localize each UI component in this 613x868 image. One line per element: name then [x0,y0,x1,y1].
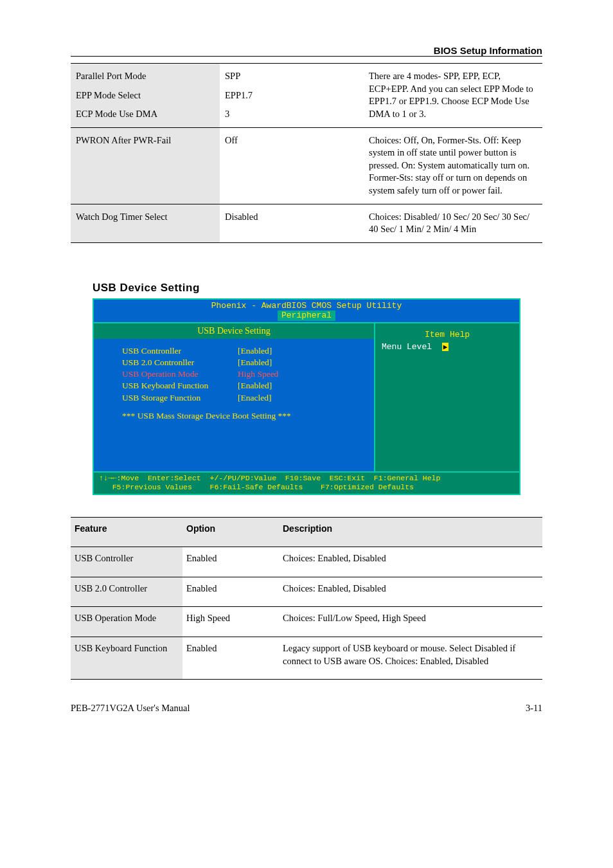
menu-level: Menu Level ▶ [382,342,513,352]
param-value: 3 [225,108,359,121]
feature-desc: Legacy support of USB keyboard or mouse.… [279,637,542,679]
param-value: EPP1.7 [225,89,359,102]
col-header-description: Description [279,518,542,547]
feature-name: USB Controller [71,547,182,577]
feature-name: USB Operation Mode [71,607,182,637]
bios-title-line: Phoenix - AwardBIOS CMOS Setup Utility [94,301,519,311]
triangle-right-icon: ▶ [442,343,449,351]
feature-value: Enabled [182,577,279,607]
setting-name: USB Contronller [122,345,238,357]
feature-name: USB Keyboard Function [71,637,182,679]
bios-subtitle: Peripheral [278,311,335,321]
param-name: PWRON After PWR-Fail [71,127,220,204]
setting-name: USB Keyboard Function [122,380,238,392]
col-header-option: Option [182,518,279,547]
param-desc: Choices: Disabled/ 10 Sec/ 20 Sec/ 30 Se… [364,204,542,242]
table-row: Parallel Port Mode EPP Mode Select ECP M… [71,64,542,128]
bios-window: Phoenix - AwardBIOS CMOS Setup Utility P… [93,298,520,496]
col-header-feature: Feature [71,518,182,547]
bios-help-title: Item Help [382,327,513,342]
param-value: SPP [225,70,359,83]
page-heading: BIOS Setup Information [71,45,542,56]
feature-value: High Speed [182,607,279,637]
table-row: USB Controller Enabled Choices: Enabled,… [71,547,542,577]
setting-name: USB 2.0 Contronller [122,357,238,368]
feature-desc: Choices: Full/Low Speed, High Speed [279,607,542,637]
param-desc: There are 4 modes- SPP, EPP, ECP, ECP+EP… [364,64,542,128]
footer-page-number: 3-11 [526,703,542,714]
bios-note: *** USB Mass Storage Device Boot Setting… [122,410,362,422]
param-value-stack: SPP EPP1.7 3 [225,70,359,121]
param-value: Off [220,127,364,204]
bios-panel-title: USB Device Setting [94,323,374,339]
table-row: PWRON After PWR-Fail Off Choices: Off, O… [71,127,542,204]
usb-device-table: Feature Option Description USB Controlle… [71,517,542,680]
bios-setting-row[interactable]: USB Storage Function [Enacled] [122,392,362,404]
bios-setting-row[interactable]: USB Contronller [Enabled] [122,345,362,357]
param-name: EPP Mode Select [76,89,215,102]
setting-value: [Enabled] [238,380,272,392]
setting-value: [Enabled] [238,345,272,357]
bios-setting-row[interactable]: USB Keyboard Function [Enabled] [122,380,362,392]
feature-value: Enabled [182,637,279,679]
menu-level-label: Menu Level [382,342,432,352]
param-name-stack: Parallel Port Mode EPP Mode Select ECP M… [76,70,215,121]
setting-name: USB Storage Function [122,392,238,404]
param-value: Disabled [220,204,364,242]
bios-setting-row[interactable]: USB 2.0 Contronller [Enabled] [122,357,362,368]
feature-value: Enabled [182,547,279,577]
setting-value: [Enacled] [238,392,271,404]
table-header-row: Feature Option Description [71,518,542,547]
param-desc: Choices: Off, On, Former-Sts. Off: Keep … [364,127,542,204]
legend-line: F5:Previous Values F6:Fail-Safe Defaults… [99,483,414,491]
table-row: Watch Dog Timer Select Disabled Choices:… [71,204,542,242]
table-row: USB Operation Mode High Speed Choices: F… [71,607,542,637]
page-heading-rule [71,56,542,57]
bios-key-legend: ↑↓→←:Move Enter:Select +/-/PU/PD:Value F… [94,473,519,494]
setting-name: USB Operation Mode [122,368,238,380]
setting-value: High Speed [238,368,278,380]
feature-desc: Choices: Enabled, Disabled [279,547,542,577]
bios-settings-list[interactable]: USB Contronller [Enabled] USB 2.0 Contro… [94,339,374,441]
page-footer: PEB-2771VG2A User's Manual 3-11 [71,703,542,714]
feature-desc: Choices: Enabled, Disabled [279,577,542,607]
table-row: USB Keyboard Function Enabled Legacy sup… [71,637,542,679]
param-name: ECP Mode Use DMA [76,108,215,121]
legend-line: ↑↓→←:Move Enter:Select +/-/PU/PD:Value F… [99,474,440,482]
feature-name: USB 2.0 Controller [71,577,182,607]
bios-setting-row[interactable]: USB Operation Mode High Speed [122,368,362,380]
footer-manual-title: PEB-2771VG2A User's Manual [71,703,190,714]
bios-title-bar: Phoenix - AwardBIOS CMOS Setup Utility P… [94,300,519,322]
peripherals-table: Parallel Port Mode EPP Mode Select ECP M… [71,63,542,243]
setting-value: [Enabled] [238,357,272,368]
table-row: USB 2.0 Controller Enabled Choices: Enab… [71,577,542,607]
bios-section-title: USB Device Setting [93,282,542,294]
param-name: Watch Dog Timer Select [71,204,220,242]
param-name: Parallel Port Mode [76,70,215,83]
